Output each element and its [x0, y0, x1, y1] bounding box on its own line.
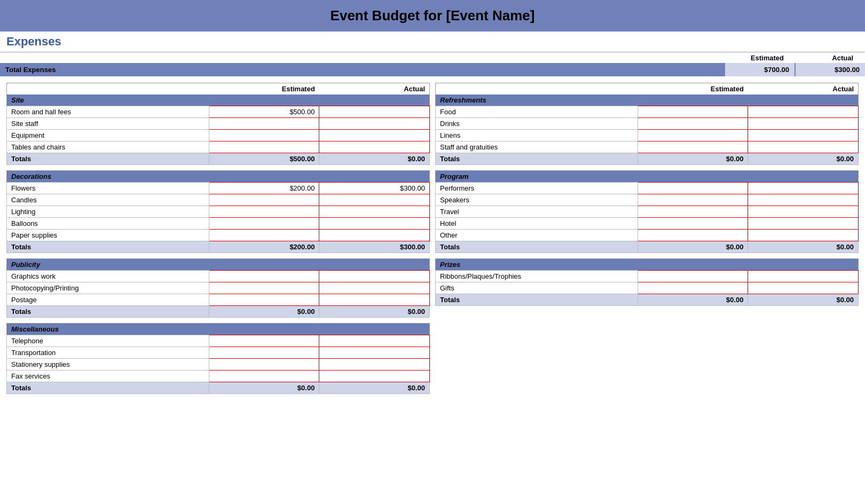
- ref-row2-estimated[interactable]: [638, 118, 748, 130]
- misc-row2-actual[interactable]: [319, 347, 430, 359]
- title-bar: Event Budget for [Event Name]: [0, 0, 865, 32]
- expenses-header: Expenses: [0, 32, 865, 52]
- prog-row3-actual[interactable]: [748, 206, 859, 218]
- dec-row4-estimated[interactable]: [209, 218, 319, 230]
- dec-totals-label: Totals: [7, 241, 209, 253]
- prizes-section: Prizes Ribbons/Plaques/Trophies Gifts To…: [435, 258, 859, 306]
- table-row: Ribbons/Plaques/Trophies: [436, 271, 859, 282]
- misc-row1-actual[interactable]: [319, 335, 430, 347]
- dec-row2-actual[interactable]: [319, 194, 430, 206]
- refreshments-cat-row: Refreshments: [436, 94, 859, 106]
- ref-row3-estimated[interactable]: [638, 130, 748, 141]
- prizes-row2-label: Gifts: [436, 282, 638, 294]
- prog-row2-estimated[interactable]: [638, 194, 748, 206]
- refreshments-totals-row: Totals $0.00 $0.00: [436, 153, 859, 165]
- misc-row3-actual[interactable]: [319, 359, 430, 371]
- total-estimated-value: $700.00: [725, 63, 795, 76]
- total-expenses-label: Total Expenses: [0, 63, 725, 76]
- dec-totals-actual: $300.00: [319, 241, 430, 253]
- misc-totals-row: Totals $0.00 $0.00: [7, 382, 430, 394]
- table-row: Room and hall fees $500.00: [7, 106, 430, 118]
- pub-row1-actual[interactable]: [319, 271, 430, 282]
- site-estimated-header: Estimated: [209, 83, 319, 95]
- site-row3-actual[interactable]: [319, 130, 430, 141]
- prog-row5-actual[interactable]: [748, 230, 859, 241]
- table-row: Tables and chairs: [7, 141, 430, 153]
- prizes-row2-estimated[interactable]: [638, 282, 748, 294]
- pub-totals-label: Totals: [7, 306, 209, 318]
- refreshments-category-label: Refreshments: [436, 94, 859, 106]
- prog-row1-actual[interactable]: [748, 183, 859, 194]
- publicity-cat-row: Publicity: [7, 259, 430, 271]
- site-row1-actual[interactable]: [319, 106, 430, 118]
- ref-estimated-header: Estimated: [638, 83, 748, 95]
- prog-row2-actual[interactable]: [748, 194, 859, 206]
- prog-totals-estimated: $0.00: [638, 241, 748, 253]
- pub-row2-estimated[interactable]: [209, 282, 319, 294]
- ref-row3-actual[interactable]: [748, 130, 859, 141]
- prog-row4-actual[interactable]: [748, 218, 859, 230]
- table-row: Candles: [7, 194, 430, 206]
- table-row: Gifts: [436, 282, 859, 294]
- table-row: Staff and gratuities: [436, 141, 859, 153]
- decorations-cat-row: Decorations: [7, 171, 430, 183]
- misc-row1-estimated[interactable]: [209, 335, 319, 347]
- pub-row2-actual[interactable]: [319, 282, 430, 294]
- dec-row3-estimated[interactable]: [209, 206, 319, 218]
- misc-row4-actual[interactable]: [319, 371, 430, 382]
- site-row4-estimated[interactable]: [209, 141, 319, 153]
- prog-row5-estimated[interactable]: [638, 230, 748, 241]
- prog-row4-estimated[interactable]: [638, 218, 748, 230]
- misc-row4-estimated[interactable]: [209, 371, 319, 382]
- dec-row1-actual[interactable]: $300.00: [319, 183, 430, 194]
- table-row: Travel: [436, 206, 859, 218]
- program-totals-row: Totals $0.00 $0.00: [436, 241, 859, 253]
- prizes-row1-actual[interactable]: [748, 271, 859, 282]
- site-row3-estimated[interactable]: [209, 130, 319, 141]
- pub-row3-actual[interactable]: [319, 294, 430, 306]
- table-row: Transportation: [7, 347, 430, 359]
- prizes-row2-actual[interactable]: [748, 282, 859, 294]
- prog-row1-estimated[interactable]: [638, 183, 748, 194]
- ref-row1-estimated[interactable]: [638, 106, 748, 118]
- pub-row3-estimated[interactable]: [209, 294, 319, 306]
- dec-row5-estimated[interactable]: [209, 230, 319, 241]
- program-section: Program Performers Speakers Travel: [435, 170, 859, 253]
- ref-row2-actual[interactable]: [748, 118, 859, 130]
- dec-row2-estimated[interactable]: [209, 194, 319, 206]
- misc-category-label: Miscellaneous: [7, 324, 430, 335]
- ref-totals-estimated: $0.00: [638, 153, 748, 165]
- site-row4-actual[interactable]: [319, 141, 430, 153]
- table-row: Telephone: [7, 335, 430, 347]
- dec-row3-actual[interactable]: [319, 206, 430, 218]
- misc-row2-label: Transportation: [7, 347, 209, 359]
- miscellaneous-table: Miscellaneous Telephone Transportation S…: [6, 323, 430, 394]
- ref-actual-header: Actual: [748, 83, 859, 95]
- refreshments-section: Estimated Actual Refreshments Food Drink…: [435, 83, 859, 165]
- publicity-table: Publicity Graphics work Photocopying/Pri…: [6, 258, 430, 318]
- dec-row4-actual[interactable]: [319, 218, 430, 230]
- prizes-row1-estimated[interactable]: [638, 271, 748, 282]
- ref-row4-actual[interactable]: [748, 141, 859, 153]
- decorations-category-label: Decorations: [7, 171, 430, 183]
- table-row: Site staff: [7, 118, 430, 130]
- dec-row1-estimated[interactable]: $200.00: [209, 183, 319, 194]
- site-row2-estimated[interactable]: [209, 118, 319, 130]
- misc-row3-estimated[interactable]: [209, 359, 319, 371]
- dec-row5-actual[interactable]: [319, 230, 430, 241]
- prog-row3-estimated[interactable]: [638, 206, 748, 218]
- prog-row3-label: Travel: [436, 206, 638, 218]
- summary-header: Estimated Actual: [0, 53, 865, 62]
- ref-row1-actual[interactable]: [748, 106, 859, 118]
- misc-row4-label: Fax services: [7, 371, 209, 382]
- site-row2-label: Site staff: [7, 118, 209, 130]
- decorations-section: Decorations Flowers $200.00 $300.00 Cand…: [6, 170, 430, 253]
- ref-row4-estimated[interactable]: [638, 141, 748, 153]
- site-totals-row: Totals $500.00 $0.00: [7, 153, 430, 165]
- dec-row5-label: Paper supplies: [7, 230, 209, 241]
- site-row1-estimated[interactable]: $500.00: [209, 106, 319, 118]
- misc-row2-estimated[interactable]: [209, 347, 319, 359]
- site-row2-actual[interactable]: [319, 118, 430, 130]
- pub-row1-estimated[interactable]: [209, 271, 319, 282]
- decorations-table: Decorations Flowers $200.00 $300.00 Cand…: [6, 170, 430, 253]
